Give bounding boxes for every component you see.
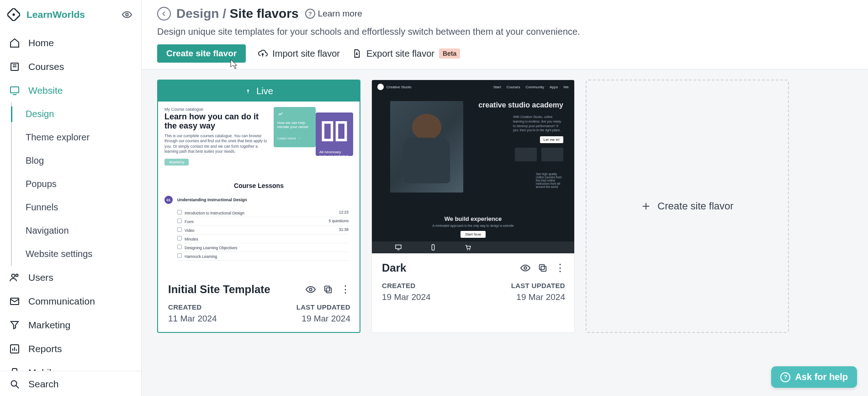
sidebar-item-marketing[interactable]: Marketing [0,313,141,337]
eye-icon[interactable] [306,284,316,294]
mobile-icon [9,367,20,371]
breadcrumb: Design / Site flavors [176,6,299,21]
sidebar-item-label: Marketing [28,320,70,331]
breadcrumb-current: Site flavors [230,6,299,21]
created-label: CREATED [382,282,416,289]
plus-icon [641,201,651,211]
cloud-upload-icon [258,48,268,59]
brand-name: LearnWorlds [26,9,85,20]
sidebar-item-label: Search [28,379,59,390]
updated-label: LAST UPDATED [296,303,350,311]
kebab-icon[interactable]: ⋮ [340,284,350,295]
beta-badge: Beta [439,48,460,59]
users-icon [9,272,20,283]
brand[interactable]: LearnWorlds [7,8,85,21]
hero-image-placeholder [390,101,463,193]
mobile-icon [429,244,437,251]
learn-more-link[interactable]: ? Learn more [305,9,362,19]
svg-rect-24 [432,245,434,250]
sidebar-item-popups[interactable]: Popups [12,172,141,196]
search-icon [9,379,20,390]
sidebar-item-theme-explorer[interactable]: Theme explorer [12,126,141,149]
back-button[interactable] [157,7,171,21]
created-label: CREATED [168,303,202,311]
sidebar-item-mobile-app[interactable]: Mobile app [0,361,141,371]
flavor-preview: My Course catalogue Learn how you can do… [158,102,360,275]
sidebar-item-website-settings[interactable]: Website settings [12,242,141,266]
sidebar-item-reports[interactable]: Reports [0,337,141,361]
eye-icon[interactable] [520,263,530,273]
created-date: 11 Mar 2024 [168,314,217,324]
sidebar-item-label: Reports [28,343,62,354]
sidebar-item-label: Communication [28,296,95,307]
sidebar-item-label: Courses [28,61,64,72]
svg-point-27 [524,267,527,269]
svg-point-2 [126,13,128,16]
flavor-card-body: Dark ⋮ CREATED LAST UPDATED 19 Mar 20 [372,253,574,310]
flavor-preview: Creative Studio Start Courses Community … [372,80,574,253]
sidebar-item-communication[interactable]: Communication [0,289,141,313]
sidebar-item-home[interactable]: Home [0,31,141,55]
sidebar-item-label: Mobile app [28,367,75,371]
help-icon: ? [305,9,315,19]
device-bar [372,241,574,253]
updated-label: LAST UPDATED [511,282,565,289]
sidebar: LearnWorlds Home Courses Website Design … [0,0,142,396]
breadcrumb-parent[interactable]: Design [176,6,219,21]
sidebar-item-search[interactable]: Search [0,371,141,396]
created-date: 19 Mar 2024 [382,292,431,302]
sidebar-item-label: Home [28,37,54,48]
svg-point-1 [12,13,15,16]
svg-rect-22 [396,245,401,249]
sidebar-item-users[interactable]: Users [0,266,141,289]
sidebar-item-navigation[interactable]: Navigation [12,219,141,242]
create-flavor-card[interactable]: Create site flavor [586,80,789,333]
funnel-icon [9,320,20,331]
updated-date: 19 Mar 2024 [302,314,350,324]
sidebar-item-label: Users [28,272,53,283]
flavor-card[interactable]: Live My Course catalogue Learn how you c… [157,80,360,333]
content: Live My Course catalogue Learn how you c… [142,70,868,396]
ask-for-help-button[interactable]: ? Ask for help [771,366,857,388]
flavor-title: Dark [382,262,406,274]
sidebar-item-website[interactable]: Website [0,79,141,102]
sidebar-item-design[interactable]: Design [12,102,141,126]
svg-point-26 [469,249,470,250]
book-icon [9,61,20,72]
create-site-flavor-button[interactable]: Create site flavor [157,44,246,63]
svg-point-9 [16,274,18,277]
sidebar-item-label: Website [28,85,63,96]
svg-rect-29 [540,265,545,270]
copy-icon[interactable] [323,284,333,294]
chart-line-icon [277,111,284,117]
svg-point-19 [309,288,312,291]
page-description: Design unique site templates for your sc… [157,27,854,37]
svg-point-8 [12,274,15,278]
copy-icon[interactable] [538,263,548,273]
flavor-card-body: Initial Site Template ⋮ CREATED LAST UPD… [158,275,360,332]
main: Design / Site flavors ? Learn more Desig… [142,0,868,396]
preview-logo-icon [377,84,384,90]
book-open-icon [319,116,349,146]
sidebar-item-funnels[interactable]: Funnels [12,196,141,219]
sidebar-item-blog[interactable]: Blog [12,149,141,172]
action-bar: Create site flavor Import site flavor Ex… [157,44,854,63]
kebab-icon[interactable]: ⋮ [555,262,565,274]
sidebar-item-courses[interactable]: Courses [0,55,141,79]
preview-eye-icon[interactable] [122,10,132,20]
svg-line-17 [16,385,19,388]
page-header: Design / Site flavors ? Learn more Desig… [142,0,868,70]
export-site-flavor-button[interactable]: Export site flavor Beta [352,48,460,59]
svg-point-18 [247,90,249,91]
sidebar-nav: Home Courses Website Design Theme explor… [0,29,141,371]
desktop-icon [395,244,402,251]
svg-point-16 [11,381,17,386]
breadcrumb-row: Design / Site flavors ? Learn more [157,6,854,21]
flavor-card[interactable]: Creative Studio Start Courses Community … [371,80,575,333]
cart-icon [464,244,471,251]
arrow-left-icon [160,10,168,17]
file-export-icon [352,48,362,59]
home-icon [9,37,20,48]
sidebar-footer: Search AR My account ••• [0,371,141,396]
import-site-flavor-button[interactable]: Import site flavor [258,48,340,59]
